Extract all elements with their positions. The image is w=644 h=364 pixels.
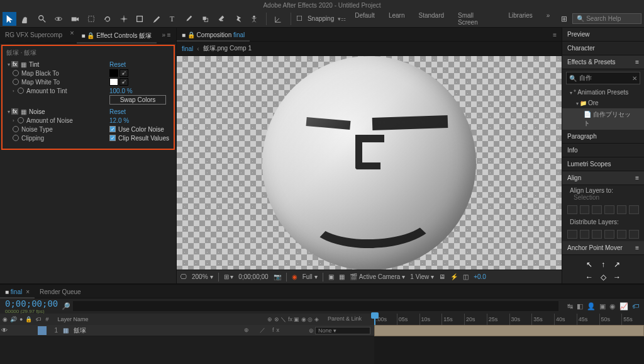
workspace-tab[interactable]: Default bbox=[348, 9, 381, 28]
snapshot-icon[interactable]: 📷 bbox=[274, 273, 281, 280]
brush-tool-icon[interactable] bbox=[182, 12, 196, 26]
eyedropper-icon[interactable]: ➹ bbox=[119, 69, 128, 77]
marker-icon[interactable]: 🏷 bbox=[632, 302, 639, 310]
eye-col-icon[interactable]: ◉ bbox=[3, 316, 8, 322]
workspace-tab[interactable]: Small Screen bbox=[452, 9, 501, 28]
anchor-point-mover-header[interactable]: Anchor Point Mover≡ bbox=[562, 241, 644, 255]
transparency-toggle-icon[interactable]: ▦ bbox=[339, 273, 345, 280]
time-ruler[interactable]: :00s 05s 10s 15s 20s 25s 30s 35s 40s 45s… bbox=[374, 314, 644, 325]
distribute-icon[interactable] bbox=[617, 230, 627, 239]
ore-folder[interactable]: ▾📁Ore bbox=[562, 98, 644, 108]
anchor-r-icon[interactable]: → bbox=[611, 271, 623, 283]
workspace-settings-icon[interactable]: ⊞ bbox=[561, 14, 567, 23]
panel-overflow-icon[interactable]: » ≡ bbox=[157, 29, 175, 43]
lumetri-scopes-panel-header[interactable]: Lumetri Scopes bbox=[562, 157, 644, 171]
view-options-icon[interactable]: ◫ bbox=[463, 273, 469, 280]
effects-presets-panel-header[interactable]: Effects & Presets≡ bbox=[562, 55, 644, 69]
breadcrumb-item[interactable]: 飯塚.png Comp 1 bbox=[203, 44, 252, 53]
draft3d-icon[interactable]: ◧ bbox=[577, 302, 583, 310]
shape-tool-icon[interactable] bbox=[133, 12, 147, 26]
breadcrumb-item[interactable]: final bbox=[182, 45, 193, 52]
zoom-tool-icon[interactable] bbox=[35, 12, 49, 26]
stopwatch-icon[interactable] bbox=[18, 88, 24, 94]
selection-tool-icon[interactable] bbox=[3, 12, 16, 26]
graph-editor-icon[interactable]: 📈 bbox=[619, 302, 628, 310]
orbit-tool-icon[interactable] bbox=[52, 12, 65, 26]
view-dropdown[interactable]: 1 View ▾ bbox=[410, 273, 434, 280]
layer-row[interactable]: 👁 1 ▦ 飯塚 ⊕ ／ fx ⊚ None ▾ bbox=[0, 325, 374, 336]
animation-presets-folder[interactable]: ▾* Animation Presets bbox=[562, 87, 644, 98]
noise-reset-link[interactable]: Reset bbox=[109, 108, 171, 115]
layer-duration-bar[interactable] bbox=[374, 325, 644, 336]
clear-search-icon[interactable]: ✕ bbox=[632, 75, 637, 82]
workspace-tab[interactable]: Standard bbox=[412, 9, 450, 28]
camera-dropdown[interactable]: 🎬 Active Camera ▾ bbox=[350, 273, 406, 280]
use-color-noise-checkbox[interactable] bbox=[109, 126, 116, 132]
anchor-tool-icon[interactable] bbox=[117, 12, 131, 26]
effect-options-icon[interactable]: ▦ bbox=[21, 61, 26, 68]
distribute-icon[interactable] bbox=[567, 230, 577, 239]
distribute-icon[interactable] bbox=[580, 230, 590, 239]
label-col-icon[interactable]: 🏷 bbox=[36, 316, 42, 322]
eyedropper-icon[interactable]: ➹ bbox=[119, 78, 128, 86]
effect-options-icon[interactable]: ▦ bbox=[21, 108, 26, 115]
parent-dropdown[interactable]: None ▾ bbox=[315, 327, 370, 334]
clone-tool-icon[interactable] bbox=[198, 12, 212, 26]
stopwatch-icon[interactable] bbox=[18, 117, 24, 123]
composition-tab[interactable]: ■ 🔒 Composition final bbox=[177, 29, 250, 41]
fast-preview-icon[interactable]: ⚡ bbox=[450, 273, 458, 280]
text-tool-icon[interactable]: T bbox=[165, 12, 179, 26]
white-swatch[interactable] bbox=[109, 78, 118, 86]
supercomp-tab[interactable]: RG VFX Supercomp bbox=[0, 29, 67, 43]
noise-amount-value[interactable]: 12.0 % bbox=[109, 117, 171, 124]
clip-result-checkbox[interactable] bbox=[109, 135, 116, 141]
audio-col-icon[interactable]: 🔊 bbox=[10, 316, 17, 322]
shy-icon[interactable]: 👤 bbox=[587, 302, 596, 310]
channel-icon[interactable]: ◉ bbox=[292, 273, 297, 280]
panel-menu-icon[interactable]: ≡ bbox=[548, 29, 562, 41]
layer-name[interactable]: 飯塚 bbox=[74, 326, 86, 335]
tint-reset-link[interactable]: Reset bbox=[109, 61, 171, 68]
align-hcenter-icon[interactable] bbox=[580, 205, 590, 214]
black-swatch[interactable] bbox=[109, 69, 118, 77]
align-top-icon[interactable] bbox=[604, 205, 614, 214]
close-tab-icon[interactable]: × bbox=[67, 29, 76, 43]
timeline-track-area[interactable] bbox=[374, 325, 644, 364]
puppet-tool-icon[interactable] bbox=[247, 12, 261, 26]
anchor-l-icon[interactable]: ← bbox=[583, 271, 596, 283]
visibility-toggle[interactable]: 👁 bbox=[1, 327, 9, 334]
info-panel-header[interactable]: Info bbox=[562, 144, 644, 157]
paragraph-panel-header[interactable]: Paragraph bbox=[562, 130, 644, 144]
stopwatch-icon[interactable] bbox=[13, 79, 19, 85]
camera-tool-icon[interactable] bbox=[68, 12, 82, 26]
workspace-tab[interactable]: Libraries bbox=[502, 9, 539, 28]
workspace-tab[interactable]: Learn bbox=[382, 9, 411, 28]
roto-tool-icon[interactable] bbox=[231, 12, 245, 26]
tint-amount-value[interactable]: 100.0 % bbox=[109, 88, 171, 94]
snapping-checkbox[interactable]: ☐ bbox=[296, 14, 303, 23]
rotate-tool-icon[interactable] bbox=[101, 12, 114, 26]
resolution-dropdown[interactable]: Full ▾ bbox=[303, 273, 318, 280]
anchor-t-icon[interactable]: ↑ bbox=[597, 259, 609, 270]
timeline-comp-tab[interactable]: ■ final× bbox=[0, 286, 35, 298]
motion-blur-icon[interactable]: ◉ bbox=[609, 302, 616, 310]
layer-switches[interactable]: ⊕ ／ fx bbox=[244, 326, 306, 334]
current-timecode[interactable]: 0;00;00;00 bbox=[0, 299, 58, 309]
render-queue-tab[interactable]: Render Queue bbox=[35, 286, 86, 298]
align-right-icon[interactable] bbox=[592, 205, 602, 214]
distribute-icon[interactable] bbox=[604, 230, 614, 239]
stopwatch-icon[interactable] bbox=[13, 70, 19, 76]
workspace-overflow[interactable]: » bbox=[540, 9, 557, 28]
noise-effect-header[interactable]: ▾ fx ▦ Noise Reset bbox=[5, 107, 171, 116]
distribute-icon[interactable] bbox=[592, 230, 602, 239]
pickwhip-icon[interactable]: ⊚ bbox=[309, 327, 314, 334]
effect-controls-tab[interactable]: ■ 🔒 Effect Controls 飯塚 bbox=[77, 29, 157, 43]
layer-label-color[interactable] bbox=[38, 326, 47, 335]
align-bottom-icon[interactable] bbox=[629, 205, 639, 214]
search-help-input[interactable]: Search Help bbox=[572, 13, 641, 24]
character-panel-header[interactable]: Character bbox=[562, 42, 644, 55]
timeline-search-input[interactable] bbox=[73, 301, 558, 311]
frame-blend-icon[interactable]: ▣ bbox=[599, 302, 606, 310]
roi-icon[interactable]: ▣ bbox=[328, 273, 334, 280]
align-selection-dropdown[interactable]: Selection bbox=[574, 194, 599, 201]
